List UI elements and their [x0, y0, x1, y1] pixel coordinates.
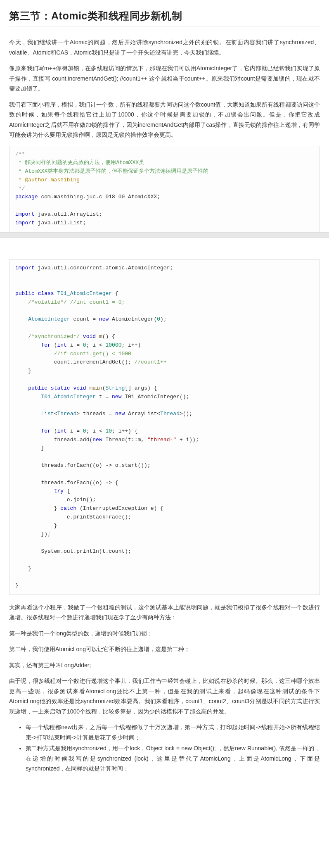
paragraph: 大家再看这个小程序，我做了一个很粗糙的测试，这个测试基本上能说明问题，就是我们模…	[9, 602, 320, 623]
list-item: 第二种方式是我用synchronized，用一个lock，Object lock…	[26, 743, 320, 774]
paragraph: 第二种，我们使用AtomicLong可以让它不断的往上递增，这是第二种；	[9, 644, 320, 654]
section-divider	[0, 232, 329, 238]
paragraph: 像原来我们写m++你得加锁，在多线程访问的情况下，那现在我们可以用AtomicI…	[9, 63, 320, 94]
paragraph: 其实，还有第三种叫LongAdder;	[9, 660, 320, 671]
list-item: 每一个线程都new出来，之后每一个线程都做了十万次递增，第一种方式，打印起始时间…	[26, 722, 320, 742]
code-content: /** * 解决同样的问题的更高效的方法，使用AtomXXX类 * AtomXX…	[15, 150, 314, 228]
code-block-1: /** * 解决同样的问题的更高效的方法，使用AtomXXX类 * AtomXX…	[9, 146, 320, 232]
code-block-2: import java.util.concurrent.atomic.Atomi…	[9, 259, 320, 595]
paragraph: 由于呢，很多线程对一个数进行递增这个事儿，我们工作当中经常会碰上，比如说在秒杀的…	[9, 676, 320, 716]
paragraph: 今天，我们继续讲一个Atomic的问题，然后开始讲除synchronized之外…	[9, 37, 320, 57]
paragraph: 我们看下面小程序，模拟，我们计一个数，所有的线程都要共同访问这个数count值，…	[9, 100, 320, 140]
article-section-2: import java.util.concurrent.atomic.Atomi…	[0, 244, 329, 774]
paragraph: 第一种是我们一个long类型的数，递增的时候我们加锁；	[9, 628, 320, 639]
page-title: 第三节：Atomic类和线程同步新机制	[9, 9, 320, 26]
article-section-1: 第三节：Atomic类和线程同步新机制 今天，我们继续讲一个Atomic的问题，…	[0, 0, 329, 232]
bullet-list: 每一个线程都new出来，之后每一个线程都做了十万次递增，第一种方式，打印起始时间…	[9, 722, 320, 774]
code-content: import java.util.concurrent.atomic.Atomi…	[15, 264, 314, 590]
